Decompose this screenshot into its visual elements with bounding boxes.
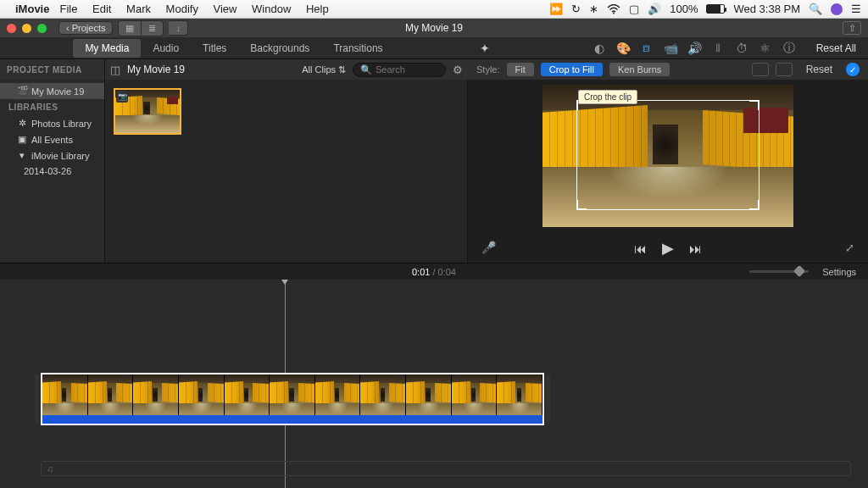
menu-file[interactable]: File (59, 3, 77, 15)
volume-adjust-icon[interactable]: 🔊 (687, 42, 701, 55)
rotate-cw-button[interactable] (776, 63, 793, 76)
minimize-button[interactable] (22, 24, 31, 33)
menu-modify[interactable]: Modify (166, 3, 198, 15)
sidebar-item-movie[interactable]: 🎬My Movie 19 (0, 83, 104, 99)
tab-audio[interactable]: Audio (141, 39, 191, 58)
reset-all-button[interactable]: Reset All (816, 42, 856, 54)
style-crop-button[interactable]: Crop to Fill (541, 63, 603, 76)
airplay-icon[interactable]: ▢ (629, 3, 639, 15)
import-button[interactable]: ↓ (169, 20, 188, 36)
tab-transitions[interactable]: Transitions (321, 39, 394, 58)
playback-controls: ⏮ ▶ ⏭ (634, 239, 702, 258)
clip-thumbnail[interactable]: 📷 (114, 88, 181, 135)
clip-browser[interactable]: 📷 (105, 80, 468, 263)
sidebar-item-photos[interactable]: ✲Photos Library (0, 115, 104, 131)
share-button[interactable]: ⇧ (843, 21, 861, 35)
app-name[interactable]: iMovie (15, 3, 49, 15)
crop-handle-br[interactable] (749, 200, 760, 210)
clip-trim-end[interactable] (546, 374, 550, 424)
clip-filter-icon[interactable]: ⚛ (759, 42, 772, 55)
grid-view-button[interactable]: ▦ (118, 20, 142, 36)
crop-tooltip: Crop the clip (578, 90, 637, 104)
viewer-panel: Crop the clip 🎤 ⏮ ▶ ⏭ ⤢ (468, 80, 868, 263)
close-button[interactable] (7, 24, 16, 33)
star-icon: ▣ (17, 134, 27, 145)
sidebar-item-event-date[interactable]: 2014-03-26 (0, 164, 104, 179)
play-button[interactable]: ▶ (662, 239, 674, 258)
search-input[interactable] (376, 64, 435, 75)
search-icon: 🔍 (360, 64, 372, 75)
gear-icon[interactable]: ⚙ (453, 64, 463, 76)
stabilization-icon[interactable]: 📹 (664, 42, 677, 55)
preview-video[interactable]: Crop the clip (542, 85, 793, 227)
fullscreen-icon[interactable]: ⤢ (845, 241, 854, 254)
noise-eq-icon[interactable]: ⫴ (711, 41, 725, 55)
window-controls (7, 24, 47, 33)
window-titlebar: ‹ Projects ▦ ≣ ↓ My Movie 19 ⇧ (0, 19, 868, 37)
clip-audio-track[interactable] (42, 415, 542, 424)
clip-trim-start[interactable] (35, 374, 39, 424)
sidebar-item-all-events[interactable]: ▣All Events (0, 131, 104, 147)
timecode: 0:01 / 0:04 (412, 267, 456, 277)
timeline-clip[interactable] (41, 373, 544, 425)
crop-icon[interactable]: ⧈ (640, 41, 654, 55)
style-fit-button[interactable]: Fit (507, 63, 534, 76)
info-icon[interactable]: ⓘ (782, 41, 796, 56)
timeline-settings-button[interactable]: Settings (822, 267, 856, 277)
wifi-icon[interactable] (607, 4, 620, 14)
event-title: My Movie 19 (127, 64, 185, 75)
sidebar-item-imovie-library[interactable]: ▾iMovie Library (0, 147, 104, 164)
timeline[interactable]: ♫ (0, 280, 868, 488)
crop-reset-button[interactable]: Reset (799, 62, 839, 77)
libraries-heading: LIBRARIES (0, 99, 104, 115)
voiceover-icon[interactable]: 🎤 (481, 241, 496, 254)
color-correction-icon[interactable]: 🎨 (616, 42, 630, 55)
tab-titles[interactable]: Titles (191, 39, 238, 58)
menu-window[interactable]: Window (252, 3, 291, 15)
menu-edit[interactable]: Edit (92, 3, 111, 15)
apply-crop-button[interactable]: ✓ (846, 63, 860, 76)
fast-user-icon[interactable]: ⏩ (549, 3, 563, 15)
menu-view[interactable]: View (214, 3, 237, 15)
list-view-button[interactable]: ≣ (142, 20, 164, 36)
clips-filter-dropdown[interactable]: All Clips ⇅ (302, 64, 346, 75)
chevron-updown-icon: ⇅ (338, 64, 346, 75)
speed-icon[interactable]: ⏱ (735, 42, 748, 55)
library-sidebar: 🎬My Movie 19 LIBRARIES ✲Photos Library ▣… (0, 80, 105, 263)
notification-icon[interactable]: ☰ (851, 3, 861, 15)
prev-button[interactable]: ⏮ (634, 241, 647, 256)
menu-mark[interactable]: Mark (126, 3, 151, 15)
clock[interactable]: Wed 3:38 PM (733, 3, 800, 15)
zoom-slider[interactable] (749, 270, 809, 273)
search-field[interactable]: 🔍 (353, 63, 446, 77)
style-kenburns-button[interactable]: Ken Burns (609, 63, 670, 76)
crop-rectangle[interactable] (576, 100, 760, 210)
crop-handle-tr[interactable] (749, 100, 760, 110)
battery-pct: 100% (670, 3, 698, 15)
rotate-ccw-button[interactable] (752, 63, 769, 76)
background-music-track[interactable]: ♫ (41, 461, 851, 476)
battery-icon[interactable] (706, 4, 725, 14)
volume-icon[interactable]: 🔊 (648, 3, 661, 15)
menu-help[interactable]: Help (306, 3, 329, 15)
color-balance-icon[interactable]: ◐ (593, 42, 606, 55)
bluetooth-icon[interactable]: ∗ (589, 3, 598, 15)
user-icon[interactable] (831, 3, 843, 15)
tabs-row: My Media Audio Titles Backgrounds Transi… (0, 37, 868, 59)
main-split: 🎬My Movie 19 LIBRARIES ✲Photos Library ▣… (0, 80, 868, 263)
enhance-icon[interactable]: ✦ (480, 42, 490, 55)
projects-back-button[interactable]: ‹ Projects (58, 21, 113, 35)
tab-backgrounds[interactable]: Backgrounds (238, 39, 321, 58)
chevron-down-icon: ▾ (17, 150, 27, 161)
crop-handle-bl[interactable] (576, 200, 587, 210)
sidebar-toggle-icon[interactable]: ◫ (110, 64, 120, 76)
next-button[interactable]: ⏭ (689, 241, 702, 256)
app-menus: File Edit Mark Modify View Window Help (59, 3, 340, 15)
timemachine-icon[interactable]: ↻ (571, 3, 581, 15)
flower-icon: ✲ (17, 118, 27, 129)
style-label: Style: (476, 64, 500, 75)
zoom-button[interactable] (37, 24, 47, 33)
spotlight-icon[interactable]: 🔍 (809, 3, 822, 15)
window-title: My Movie 19 (405, 22, 463, 34)
tab-my-media[interactable]: My Media (73, 39, 141, 58)
